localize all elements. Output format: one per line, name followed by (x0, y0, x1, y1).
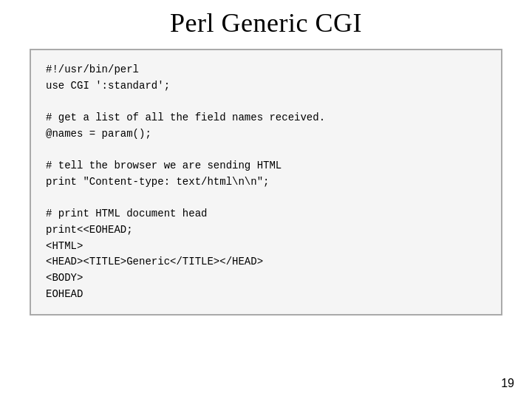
code-line-11: print<<EOHEAD; (46, 224, 133, 236)
code-line-14: <BODY> (46, 272, 83, 284)
code-line-15: EOHEAD (46, 288, 83, 300)
code-line-10: # print HTML document head (46, 208, 207, 219)
code-line-4: # get a list of all the field names rece… (46, 112, 325, 123)
code-line-8: print "Content-type: text/html\n\n"; (46, 176, 269, 188)
page-number: 19 (501, 377, 514, 390)
code-line-12: <HTML> (46, 240, 83, 252)
code-line-7: # tell the browser we are sending HTML (46, 160, 282, 171)
page-title: Perl Generic CGI (170, 7, 362, 38)
code-line-2: use CGI ':standard'; (46, 80, 170, 92)
code-block: #!/usr/bin/perl use CGI ':standard'; # g… (30, 49, 502, 316)
code-line-5: @names = param(); (46, 128, 151, 140)
code-line-1: #!/usr/bin/perl (46, 64, 139, 75)
code-line-13: <HEAD><TITLE>Generic</TITLE></HEAD> (46, 256, 263, 267)
